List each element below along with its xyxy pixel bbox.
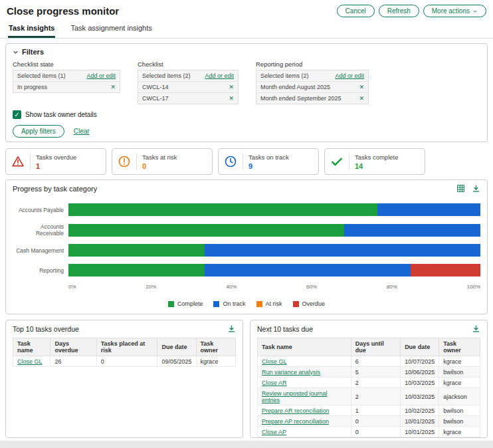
page-header: Close progress monitor Cancel Refresh Mo… bbox=[0, 0, 493, 21]
remove-item-icon[interactable]: ✕ bbox=[359, 95, 364, 102]
filter-box-header: Selected items (1) Add or edit bbox=[13, 70, 120, 81]
table-cell: 10/01/2025 bbox=[401, 416, 439, 427]
chart-header-icons bbox=[456, 184, 480, 193]
table-header-row: Task nameDays overdueTasks placed at ris… bbox=[13, 338, 236, 356]
table-row: Run variance analysis510/06/2025bwilson bbox=[258, 367, 480, 378]
remove-item-icon[interactable]: ✕ bbox=[229, 84, 234, 90]
table-cell: 10/02/2025 bbox=[401, 405, 439, 416]
task-link[interactable]: Run variance analysis bbox=[262, 369, 320, 376]
download-icon[interactable] bbox=[227, 324, 236, 333]
card-value: 0 bbox=[142, 162, 177, 170]
refresh-button[interactable]: Refresh bbox=[379, 5, 419, 17]
next-due-panel: Next 10 tasks due Task nameDays until du… bbox=[250, 320, 488, 438]
column-header: Due date bbox=[157, 338, 196, 356]
chart-body: Accounts PayableAccounts ReceivableCash … bbox=[13, 203, 480, 307]
task-name-cell: Run variance analysis bbox=[258, 367, 351, 378]
task-name-cell: Close AP bbox=[258, 427, 351, 437]
bar-segment-complete[interactable] bbox=[68, 224, 344, 237]
tab-task-insights[interactable]: Task insights bbox=[8, 21, 55, 38]
table-row: Close AR210/03/2025kgrace bbox=[258, 378, 480, 388]
table-cell: kgrace bbox=[439, 427, 480, 437]
table-cell: 6 bbox=[351, 356, 400, 367]
add-or-edit-link[interactable]: Add or edit bbox=[335, 72, 364, 79]
chart-header: Progress by task category bbox=[13, 184, 480, 193]
table-row: Close GL610/07/2025kgrace bbox=[258, 356, 480, 367]
bar-segment-on-track[interactable] bbox=[205, 264, 411, 277]
divider bbox=[243, 154, 243, 169]
task-link[interactable]: Close AR bbox=[262, 380, 287, 386]
task-link[interactable]: Close GL bbox=[17, 358, 43, 365]
bar-segment-on-track[interactable] bbox=[205, 244, 480, 257]
axis-tick-label: 40% bbox=[226, 284, 237, 290]
download-icon[interactable] bbox=[472, 324, 480, 333]
remove-item-icon[interactable]: ✕ bbox=[110, 84, 116, 90]
filter-item: In progress ✕ bbox=[13, 81, 120, 92]
filter-item: Month ended August 2025 ✕ bbox=[256, 81, 368, 92]
filter-selection-box: Selected items (1) Add or edit In progre… bbox=[13, 70, 120, 93]
task-name-cell: Prepare AP reconciliation bbox=[258, 416, 351, 427]
filter-groups: Checklist state Selected items (1) Add o… bbox=[13, 60, 480, 104]
bar-segment-complete[interactable] bbox=[68, 203, 377, 216]
bar-segment-on-track[interactable] bbox=[377, 203, 480, 216]
cancel-button[interactable]: Cancel bbox=[337, 5, 375, 17]
remove-item-icon[interactable]: ✕ bbox=[359, 84, 364, 90]
filter-group-label: Reporting period bbox=[256, 60, 369, 68]
checkbox-checked-icon[interactable]: ✓ bbox=[13, 110, 21, 119]
filter-item-label: CWCL-17 bbox=[142, 95, 169, 102]
chart-rows: Accounts PayableAccounts ReceivableCash … bbox=[13, 203, 480, 277]
selected-items-count: Selected items (1) bbox=[17, 72, 66, 79]
table-cell: kgrace bbox=[439, 378, 480, 388]
table-cell: 1 bbox=[351, 405, 400, 416]
filter-group-checklist: Checklist Selected items (2) Add or edit… bbox=[138, 60, 239, 104]
table-cell: 10/01/2025 bbox=[401, 427, 439, 437]
remove-item-icon[interactable]: ✕ bbox=[229, 95, 234, 102]
legend-item-on-track: On track bbox=[213, 300, 245, 307]
checkmark-icon bbox=[330, 155, 344, 168]
task-link[interactable]: Prepare AR reconciliation bbox=[262, 407, 330, 414]
legend-swatch bbox=[293, 301, 299, 307]
axis-tick-label: 100% bbox=[467, 284, 480, 290]
legend-label: At risk bbox=[266, 300, 282, 307]
panel-header: Top 10 tasks overdue bbox=[13, 324, 236, 333]
table-cell: 0 bbox=[96, 356, 157, 367]
card-value: 14 bbox=[355, 162, 398, 170]
page-title: Close progress monitor bbox=[7, 5, 119, 17]
table-body: Close GL26009/05/2025kgrace bbox=[13, 356, 236, 367]
exclamation-circle-icon bbox=[118, 155, 131, 168]
task-link[interactable]: Prepare AP reconciliation bbox=[262, 418, 329, 425]
table-row: Close AP010/01/2025kgrace bbox=[258, 427, 480, 437]
download-icon[interactable] bbox=[472, 184, 480, 193]
checkbox-label: Show task owner details bbox=[25, 111, 97, 118]
task-link[interactable]: Close AP bbox=[262, 429, 286, 435]
tab-task-assignment-insights[interactable]: Task assignment insights bbox=[70, 21, 152, 38]
overdue-tasks-table: Task nameDays overdueTasks placed at ris… bbox=[13, 338, 236, 367]
filter-item-label: CWCL-14 bbox=[142, 84, 169, 90]
legend-swatch bbox=[168, 301, 174, 307]
apply-filters-button[interactable]: Apply filters bbox=[13, 125, 64, 138]
filter-item-label: Month ended September 2025 bbox=[260, 95, 342, 102]
add-or-edit-link[interactable]: Add or edit bbox=[205, 72, 234, 79]
divider bbox=[349, 154, 349, 169]
table-cell: ajackson bbox=[439, 388, 480, 405]
card-label: Tasks at risk bbox=[142, 154, 177, 161]
filters-collapse-toggle[interactable]: Filters bbox=[13, 48, 480, 56]
table-cell: 10/07/2025 bbox=[401, 356, 439, 367]
chart-category-row: Cash Management bbox=[13, 244, 480, 257]
add-or-edit-link[interactable]: Add or edit bbox=[86, 72, 116, 79]
bar-segment-on-track[interactable] bbox=[344, 224, 480, 237]
task-link[interactable]: Review unposted journal entries bbox=[262, 390, 328, 403]
bar-segment-complete[interactable] bbox=[68, 244, 205, 257]
filter-item-label: Month ended August 2025 bbox=[260, 84, 330, 90]
table-cell: 10/01/2025 bbox=[401, 437, 439, 439]
clear-filters-link[interactable]: Clear bbox=[74, 128, 90, 135]
card-label: Tasks complete bbox=[355, 154, 398, 161]
filters-title: Filters bbox=[22, 48, 44, 56]
bar-segment-complete[interactable] bbox=[68, 264, 205, 277]
tasks-on-track-card: Tasks on track 9 bbox=[218, 148, 319, 175]
data-table-icon[interactable] bbox=[456, 184, 465, 193]
task-link[interactable]: Close GL bbox=[262, 358, 287, 365]
more-actions-button[interactable]: More actions bbox=[423, 5, 486, 17]
bar-segment-overdue[interactable] bbox=[411, 264, 480, 277]
legend-label: On track bbox=[223, 300, 245, 307]
table-row: Review unposted journal entries210/03/20… bbox=[258, 388, 480, 405]
